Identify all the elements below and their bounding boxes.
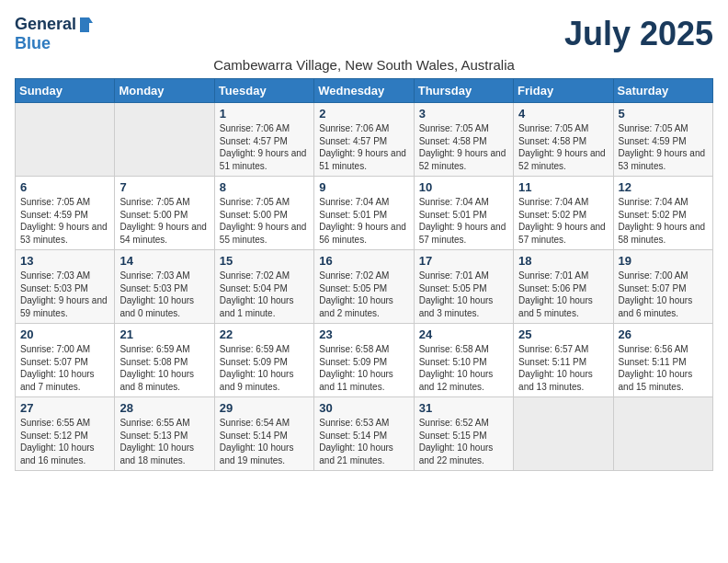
day-info: Sunrise: 7:01 AM Sunset: 5:06 PM Dayligh…	[518, 270, 608, 319]
day-info: Sunrise: 7:02 AM Sunset: 5:05 PM Dayligh…	[319, 270, 408, 319]
day-info: Sunrise: 6:57 AM Sunset: 5:11 PM Dayligh…	[518, 343, 608, 393]
day-info: Sunrise: 7:05 AM Sunset: 5:00 PM Dayligh…	[220, 196, 309, 246]
calendar-header-row: SundayMondayTuesdayWednesdayThursdayFrid…	[16, 79, 713, 103]
day-number: 9	[319, 180, 408, 194]
calendar-cell: 26Sunrise: 6:56 AM Sunset: 5:11 PM Dayli…	[613, 324, 712, 397]
calendar-cell: 3Sunrise: 7:05 AM Sunset: 4:58 PM Daylig…	[414, 103, 513, 177]
day-number: 14	[119, 254, 209, 268]
day-number: 28	[119, 401, 209, 415]
day-info: Sunrise: 6:59 AM Sunset: 5:08 PM Dayligh…	[119, 343, 209, 393]
calendar-cell: 28Sunrise: 6:55 AM Sunset: 5:13 PM Dayli…	[115, 397, 214, 471]
calendar-cell: 16Sunrise: 7:02 AM Sunset: 5:05 PM Dayli…	[314, 250, 414, 324]
day-info: Sunrise: 7:04 AM Sunset: 5:02 PM Dayligh…	[619, 196, 708, 246]
day-number: 31	[419, 401, 508, 415]
day-number: 29	[220, 401, 309, 415]
day-number: 7	[119, 180, 209, 194]
day-number: 22	[220, 327, 309, 341]
day-number: 20	[20, 327, 109, 341]
calendar-week-row: 27Sunrise: 6:55 AM Sunset: 5:12 PM Dayli…	[16, 397, 713, 471]
day-number: 1	[220, 107, 309, 121]
day-number: 17	[419, 254, 508, 268]
calendar-cell: 9Sunrise: 7:04 AM Sunset: 5:01 PM Daylig…	[314, 177, 414, 250]
subtitle: Cambewarra Village, New South Wales, Aus…	[15, 57, 713, 73]
day-info: Sunrise: 7:05 AM Sunset: 5:00 PM Dayligh…	[119, 196, 209, 246]
day-number: 15	[220, 254, 309, 268]
day-info: Sunrise: 7:05 AM Sunset: 4:59 PM Dayligh…	[619, 122, 708, 172]
day-info: Sunrise: 7:03 AM Sunset: 5:03 PM Dayligh…	[20, 270, 109, 319]
day-info: Sunrise: 6:54 AM Sunset: 5:14 PM Dayligh…	[220, 417, 309, 466]
calendar-cell: 10Sunrise: 7:04 AM Sunset: 5:01 PM Dayli…	[414, 177, 513, 250]
day-number: 13	[20, 254, 109, 268]
calendar-week-row: 13Sunrise: 7:03 AM Sunset: 5:03 PM Dayli…	[16, 250, 713, 324]
day-number: 2	[319, 107, 408, 121]
day-number: 18	[518, 254, 608, 268]
calendar-cell: 5Sunrise: 7:05 AM Sunset: 4:59 PM Daylig…	[613, 103, 712, 177]
column-header-thursday: Thursday	[414, 79, 513, 103]
day-number: 12	[619, 180, 708, 194]
calendar-cell: 8Sunrise: 7:05 AM Sunset: 5:00 PM Daylig…	[214, 177, 313, 250]
calendar-cell: 18Sunrise: 7:01 AM Sunset: 5:06 PM Dayli…	[514, 250, 613, 324]
calendar-cell: 1Sunrise: 7:06 AM Sunset: 4:57 PM Daylig…	[214, 103, 313, 177]
day-number: 30	[319, 401, 408, 415]
calendar-cell: 4Sunrise: 7:05 AM Sunset: 4:58 PM Daylig…	[514, 103, 613, 177]
day-info: Sunrise: 6:59 AM Sunset: 5:09 PM Dayligh…	[220, 343, 309, 393]
svg-marker-0	[80, 17, 93, 32]
calendar-cell: 30Sunrise: 6:53 AM Sunset: 5:14 PM Dayli…	[314, 397, 414, 471]
calendar-cell: 13Sunrise: 7:03 AM Sunset: 5:03 PM Dayli…	[16, 250, 115, 324]
day-info: Sunrise: 7:04 AM Sunset: 5:02 PM Dayligh…	[518, 196, 608, 246]
page-header: General Blue July 2025	[15, 15, 713, 53]
day-info: Sunrise: 7:05 AM Sunset: 4:58 PM Dayligh…	[419, 122, 508, 172]
calendar-week-row: 20Sunrise: 7:00 AM Sunset: 5:07 PM Dayli…	[16, 324, 713, 397]
day-number: 26	[619, 327, 708, 341]
calendar-cell: 15Sunrise: 7:02 AM Sunset: 5:04 PM Dayli…	[214, 250, 313, 324]
day-info: Sunrise: 7:00 AM Sunset: 5:07 PM Dayligh…	[20, 343, 109, 393]
day-number: 21	[119, 327, 209, 341]
day-info: Sunrise: 7:03 AM Sunset: 5:03 PM Dayligh…	[119, 270, 209, 319]
day-info: Sunrise: 7:02 AM Sunset: 5:04 PM Dayligh…	[220, 270, 309, 319]
column-header-friday: Friday	[514, 79, 613, 103]
day-info: Sunrise: 7:06 AM Sunset: 4:57 PM Dayligh…	[319, 122, 408, 172]
calendar-cell: 29Sunrise: 6:54 AM Sunset: 5:14 PM Dayli…	[214, 397, 313, 471]
logo-blue-text: Blue	[15, 34, 51, 53]
calendar-cell: 31Sunrise: 6:52 AM Sunset: 5:15 PM Dayli…	[414, 397, 513, 471]
day-number: 10	[419, 180, 508, 194]
column-header-wednesday: Wednesday	[314, 79, 414, 103]
day-info: Sunrise: 7:04 AM Sunset: 5:01 PM Dayligh…	[319, 196, 408, 246]
day-number: 11	[518, 180, 608, 194]
calendar-week-row: 6Sunrise: 7:05 AM Sunset: 4:59 PM Daylig…	[16, 177, 713, 250]
day-number: 5	[619, 107, 708, 121]
calendar-cell: 2Sunrise: 7:06 AM Sunset: 4:57 PM Daylig…	[314, 103, 414, 177]
day-number: 25	[518, 327, 608, 341]
day-info: Sunrise: 7:05 AM Sunset: 4:59 PM Dayligh…	[20, 196, 109, 246]
calendar-cell: 21Sunrise: 6:59 AM Sunset: 5:08 PM Dayli…	[115, 324, 214, 397]
calendar-cell	[613, 397, 712, 471]
day-info: Sunrise: 6:52 AM Sunset: 5:15 PM Dayligh…	[419, 417, 508, 466]
calendar-week-row: 1Sunrise: 7:06 AM Sunset: 4:57 PM Daylig…	[16, 103, 713, 177]
calendar-cell	[115, 103, 214, 177]
day-info: Sunrise: 6:58 AM Sunset: 5:09 PM Dayligh…	[319, 343, 408, 393]
logo-general-text: General	[15, 15, 76, 34]
day-number: 23	[319, 327, 408, 341]
day-number: 3	[419, 107, 508, 121]
calendar-cell: 23Sunrise: 6:58 AM Sunset: 5:09 PM Dayli…	[314, 324, 414, 397]
calendar-cell: 24Sunrise: 6:58 AM Sunset: 5:10 PM Dayli…	[414, 324, 513, 397]
calendar-cell: 11Sunrise: 7:04 AM Sunset: 5:02 PM Dayli…	[514, 177, 613, 250]
day-info: Sunrise: 7:06 AM Sunset: 4:57 PM Dayligh…	[220, 122, 309, 172]
logo: General Blue	[15, 15, 95, 53]
calendar-cell: 25Sunrise: 6:57 AM Sunset: 5:11 PM Dayli…	[514, 324, 613, 397]
day-number: 4	[518, 107, 608, 121]
calendar-cell: 19Sunrise: 7:00 AM Sunset: 5:07 PM Dayli…	[613, 250, 712, 324]
day-info: Sunrise: 6:56 AM Sunset: 5:11 PM Dayligh…	[619, 343, 708, 393]
calendar-cell: 6Sunrise: 7:05 AM Sunset: 4:59 PM Daylig…	[16, 177, 115, 250]
calendar-cell: 27Sunrise: 6:55 AM Sunset: 5:12 PM Dayli…	[16, 397, 115, 471]
column-header-monday: Monday	[115, 79, 214, 103]
day-info: Sunrise: 7:01 AM Sunset: 5:05 PM Dayligh…	[419, 270, 508, 319]
day-number: 8	[220, 180, 309, 194]
calendar-cell: 7Sunrise: 7:05 AM Sunset: 5:00 PM Daylig…	[115, 177, 214, 250]
day-number: 6	[20, 180, 109, 194]
day-info: Sunrise: 6:55 AM Sunset: 5:12 PM Dayligh…	[20, 417, 109, 466]
column-header-saturday: Saturday	[613, 79, 712, 103]
calendar-cell	[16, 103, 115, 177]
column-header-tuesday: Tuesday	[214, 79, 313, 103]
calendar-cell: 20Sunrise: 7:00 AM Sunset: 5:07 PM Dayli…	[16, 324, 115, 397]
